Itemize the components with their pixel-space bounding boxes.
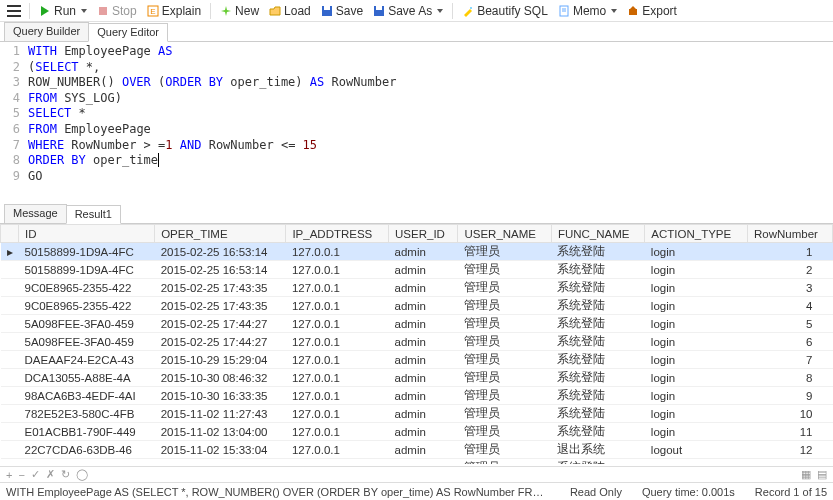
dropdown-icon [81, 9, 87, 13]
tab-message[interactable]: Message [4, 204, 67, 223]
col-rownumber[interactable]: RowNumber [747, 225, 832, 243]
main-toolbar: Run Stop EExplain New Load Save Save As … [0, 0, 833, 22]
editor-tabs: Query Builder Query Editor [0, 22, 833, 42]
stop-button: Stop [93, 1, 141, 21]
svg-text:E: E [150, 7, 155, 16]
nav-stop-icon[interactable]: ◯ [76, 468, 88, 481]
nav-cancel-icon[interactable]: ✗ [46, 468, 55, 481]
status-bar: WITH EmployeePage AS (SELECT *, ROW_NUMB… [0, 482, 833, 500]
table-row[interactable]: 73BD4588-516F-4212015-11-02 15:33:25127.… [1, 459, 833, 465]
tab-result1[interactable]: Result1 [66, 205, 121, 224]
tab-query-editor[interactable]: Query Editor [88, 23, 168, 42]
col-ip_addtress[interactable]: IP_ADDTRESS [286, 225, 389, 243]
col-user_name[interactable]: USER_NAME [458, 225, 551, 243]
dropdown-icon [611, 9, 617, 13]
explain-button[interactable]: EExplain [143, 1, 205, 21]
table-row[interactable]: 9C0E8965-2355-4222015-02-25 17:43:35127.… [1, 279, 833, 297]
saveas-button[interactable]: Save As [369, 1, 447, 21]
nav-grid-icon[interactable]: ▦ [801, 468, 811, 481]
nav-add-icon[interactable]: + [6, 469, 12, 481]
svg-rect-11 [629, 9, 637, 15]
new-button[interactable]: New [216, 1, 263, 21]
sql-editor[interactable]: 123456789 WITH EmployeePage AS(SELECT *,… [0, 42, 833, 202]
col-user_id[interactable]: USER_ID [389, 225, 458, 243]
separator [29, 3, 30, 19]
col-action_type[interactable]: ACTION_TYPE [645, 225, 748, 243]
table-row[interactable]: 98ACA6B3-4EDF-4AI2015-10-30 16:33:35127.… [1, 387, 833, 405]
separator [210, 3, 211, 19]
result-grid[interactable]: IDOPER_TIMEIP_ADDTRESSUSER_IDUSER_NAMEFU… [0, 224, 833, 464]
beautify-button[interactable]: Beautify SQL [458, 1, 552, 21]
sql-code[interactable]: WITH EmployeePage AS(SELECT *,ROW_NUMBER… [24, 42, 400, 202]
svg-rect-0 [99, 7, 107, 15]
load-button[interactable]: Load [265, 1, 315, 21]
svg-point-7 [470, 7, 472, 9]
table-row[interactable]: 5A098FEE-3FA0-4592015-02-25 17:44:27127.… [1, 333, 833, 351]
svg-rect-6 [376, 6, 382, 10]
tab-query-builder[interactable]: Query Builder [4, 22, 89, 41]
memo-button[interactable]: Memo [554, 1, 621, 21]
nav-check-icon[interactable]: ✓ [31, 468, 40, 481]
run-button[interactable]: Run [35, 1, 91, 21]
grid-navigator: + − ✓ ✗ ↻ ◯ ▦ ▤ [0, 466, 833, 482]
dropdown-icon [437, 9, 443, 13]
table-row[interactable]: 5A098FEE-3FA0-4592015-02-25 17:44:27127.… [1, 315, 833, 333]
col-oper_time[interactable]: OPER_TIME [155, 225, 286, 243]
table-row[interactable]: ▸50158899-1D9A-4FC2015-02-25 16:53:14127… [1, 243, 833, 261]
line-gutter: 123456789 [0, 42, 24, 202]
status-mode: Read Only [570, 486, 622, 498]
table-row[interactable]: DAEAAF24-E2CA-432015-10-29 15:29:04127.0… [1, 351, 833, 369]
separator [452, 3, 453, 19]
export-button[interactable]: Export [623, 1, 681, 21]
col-id[interactable]: ID [19, 225, 155, 243]
save-button[interactable]: Save [317, 1, 367, 21]
status-time: Query time: 0.001s [642, 486, 735, 498]
col-func_name[interactable]: FUNC_NAME [551, 225, 644, 243]
table-row[interactable]: DCA13055-A88E-4A2015-10-30 08:46:32127.0… [1, 369, 833, 387]
table-row[interactable]: 50158899-1D9A-4FC2015-02-25 16:53:14127.… [1, 261, 833, 279]
status-sql: WITH EmployeePage AS (SELECT *, ROW_NUMB… [6, 486, 550, 498]
nav-refresh-icon[interactable]: ↻ [61, 468, 70, 481]
nav-form-icon[interactable]: ▤ [817, 468, 827, 481]
table-row[interactable]: 782E52E3-580C-4FB2015-11-02 11:27:43127.… [1, 405, 833, 423]
table-row[interactable]: 9C0E8965-2355-4222015-02-25 17:43:35127.… [1, 297, 833, 315]
table-row[interactable]: 22C7CDA6-63DB-462015-11-02 15:33:04127.0… [1, 441, 833, 459]
status-record: Record 1 of 15 [755, 486, 827, 498]
svg-rect-4 [324, 6, 330, 10]
result-tabs: Message Result1 [0, 204, 833, 224]
hamburger-menu-icon[interactable] [4, 1, 24, 21]
table-row[interactable]: E01ACBB1-790F-4492015-11-02 13:04:00127.… [1, 423, 833, 441]
nav-remove-icon[interactable]: − [18, 469, 24, 481]
